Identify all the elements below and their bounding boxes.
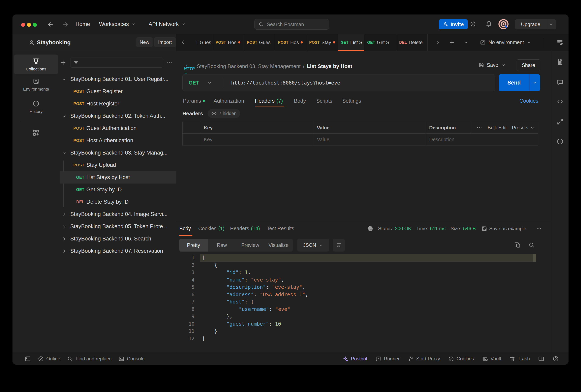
nav-workspaces[interactable]: Workspaces bbox=[99, 14, 136, 34]
resize-panel-icon[interactable] bbox=[556, 118, 564, 125]
settings-gear-icon[interactable] bbox=[470, 20, 477, 27]
request-tab[interactable]: POSTGues bbox=[244, 34, 275, 51]
close-window-button[interactable] bbox=[21, 23, 25, 27]
response-tab-headers[interactable]: Headers(14) bbox=[230, 221, 260, 236]
console-button[interactable]: Console bbox=[118, 356, 144, 362]
scroll-tabs-right-chevron-icon[interactable] bbox=[435, 40, 441, 45]
tab-body[interactable]: Body bbox=[294, 95, 306, 106]
find-and-replace[interactable]: Find and replace bbox=[67, 356, 112, 362]
collection-folder[interactable]: StayBooking Backend 03. Stay Manag... bbox=[60, 147, 176, 159]
back-arrow-icon[interactable] bbox=[47, 21, 54, 27]
description-input[interactable]: Description bbox=[429, 134, 454, 145]
send-options-button[interactable] bbox=[530, 80, 540, 85]
collection-folder[interactable]: StayBooking Backend 02. Token Auth... bbox=[60, 110, 176, 122]
method-selector[interactable]: GET bbox=[182, 80, 223, 86]
user-avatar[interactable] bbox=[498, 19, 508, 29]
scroll-position-marker[interactable] bbox=[533, 254, 536, 262]
presets-button[interactable]: Presets bbox=[512, 125, 535, 131]
upgrade-button[interactable]: Upgrade bbox=[515, 19, 556, 29]
collapse-sidebar-chevron-icon[interactable] bbox=[180, 39, 186, 45]
rail-history[interactable]: History bbox=[14, 100, 58, 114]
online-status[interactable]: Online bbox=[38, 356, 60, 362]
tab-scripts[interactable]: Scripts bbox=[316, 95, 332, 106]
request-tab[interactable]: T Gues bbox=[193, 34, 213, 51]
tab-headers[interactable]: Headers (7) bbox=[255, 95, 283, 106]
environment-selector[interactable]: No environment bbox=[480, 34, 532, 51]
request-item[interactable]: POSTStay Upload bbox=[60, 159, 176, 171]
tab-options-chevron-icon[interactable] bbox=[463, 40, 469, 45]
tab-settings[interactable]: Settings bbox=[342, 95, 361, 106]
time-value[interactable]: 511 ms bbox=[430, 226, 446, 231]
url-input[interactable]: http://localhost:8080/stays?host=eve bbox=[223, 80, 340, 86]
request-item[interactable]: DELDelete Stay by ID bbox=[60, 196, 176, 208]
vault-button[interactable]: Vault bbox=[482, 356, 501, 362]
new-button[interactable]: New bbox=[136, 37, 152, 47]
request-item[interactable]: POSTHost Register bbox=[60, 98, 176, 110]
response-body-editor[interactable]: 1[ 2{ 3"id": 1, 4"name": "eve-stay", 5"d… bbox=[176, 254, 552, 342]
view-visualize[interactable]: Visualize bbox=[264, 239, 293, 252]
breadcrumb-collection[interactable]: StayBooking Backend 03. Stay Management bbox=[197, 63, 300, 69]
maximize-window-button[interactable] bbox=[33, 23, 37, 27]
value-input[interactable]: Value bbox=[317, 134, 329, 145]
size-value[interactable]: 546 B bbox=[463, 226, 476, 231]
request-item[interactable]: POSTGuest Authentication bbox=[60, 122, 176, 134]
upgrade-menu-button[interactable] bbox=[546, 22, 556, 27]
new-tab-plus-icon[interactable] bbox=[449, 39, 455, 46]
breadcrumb-request-name[interactable]: List Stays by Host bbox=[307, 63, 352, 69]
request-item[interactable]: POSTGuest Register bbox=[60, 85, 176, 98]
share-button[interactable]: Share bbox=[516, 59, 540, 71]
request-item-selected[interactable]: GETList Stays by Host bbox=[60, 171, 176, 184]
request-item[interactable]: GETGet Stay by ID bbox=[60, 184, 176, 196]
request-item[interactable]: POSTHost Authentication bbox=[60, 134, 176, 147]
more-options-icon[interactable] bbox=[476, 125, 482, 131]
collection-folder[interactable]: StayBooking Backend 05. Token Prote... bbox=[60, 220, 176, 233]
documentation-icon[interactable] bbox=[556, 58, 564, 65]
request-tab[interactable]: POSTHos bbox=[275, 34, 306, 51]
request-tab[interactable]: DELDelete bbox=[396, 34, 428, 51]
postbot-button[interactable]: Postbot bbox=[342, 356, 367, 362]
format-selector[interactable]: JSON bbox=[297, 239, 329, 252]
sidebar-more-options-icon[interactable] bbox=[166, 60, 172, 66]
wrap-text-button[interactable] bbox=[333, 239, 345, 252]
response-tab-body[interactable]: Body bbox=[179, 221, 191, 236]
search-response-icon[interactable] bbox=[528, 242, 535, 249]
save-as-example[interactable]: Save as example bbox=[481, 221, 526, 236]
trash-button[interactable]: Trash bbox=[509, 356, 530, 362]
comments-icon[interactable] bbox=[556, 79, 564, 86]
collection-folder[interactable]: StayBooking Backend 04. Image Servi... bbox=[60, 208, 176, 220]
minimize-window-button[interactable] bbox=[27, 23, 31, 27]
help-icon[interactable] bbox=[552, 356, 559, 362]
collection-folder[interactable]: StayBooking Backend 07. Reservation bbox=[60, 245, 176, 257]
tab-params[interactable]: Params bbox=[183, 95, 205, 106]
rail-environments[interactable]: Environments bbox=[14, 77, 58, 91]
cookies-button[interactable]: Cookies bbox=[448, 356, 474, 362]
copy-response-icon[interactable] bbox=[514, 242, 521, 249]
view-preview[interactable]: Preview bbox=[236, 239, 264, 252]
notifications-bell-icon[interactable] bbox=[485, 20, 492, 27]
response-tab-test-results[interactable]: Test Results bbox=[267, 221, 294, 236]
collection-folder[interactable]: StayBooking Backend 01. User Registr... bbox=[60, 73, 176, 85]
bulk-edit-button[interactable]: Bulk Edit bbox=[488, 125, 507, 131]
tab-authorization[interactable]: Authorization bbox=[214, 95, 244, 106]
search-input[interactable]: Search Postman bbox=[254, 19, 329, 29]
split-panels-icon[interactable] bbox=[538, 356, 544, 362]
forward-arrow-icon[interactable] bbox=[62, 21, 69, 27]
start-proxy-button[interactable]: Start Proxy bbox=[408, 356, 440, 362]
save-options-chevron-icon[interactable] bbox=[501, 62, 506, 68]
network-globe-icon[interactable] bbox=[367, 225, 374, 232]
request-tab-active[interactable]: GETList S bbox=[338, 34, 364, 51]
invite-button[interactable]: Invite bbox=[439, 19, 468, 29]
save-button[interactable]: Save bbox=[478, 59, 506, 71]
key-input[interactable]: Key bbox=[204, 134, 212, 145]
rail-collections[interactable]: Collections bbox=[14, 54, 58, 74]
request-tab[interactable]: POSTHos bbox=[213, 34, 244, 51]
hidden-headers-toggle[interactable]: 7 hidden bbox=[208, 109, 240, 118]
add-collection-plus-icon[interactable] bbox=[60, 59, 66, 66]
view-raw[interactable]: Raw bbox=[208, 239, 236, 252]
import-button[interactable]: Import bbox=[154, 37, 176, 47]
add-module-grid-icon[interactable] bbox=[32, 129, 40, 137]
workspace-name[interactable]: Staybooking bbox=[37, 34, 71, 51]
collection-folder[interactable]: StayBooking Backend 06. Search bbox=[60, 233, 176, 245]
info-icon[interactable] bbox=[556, 138, 564, 145]
runner-button[interactable]: Runner bbox=[375, 356, 400, 362]
